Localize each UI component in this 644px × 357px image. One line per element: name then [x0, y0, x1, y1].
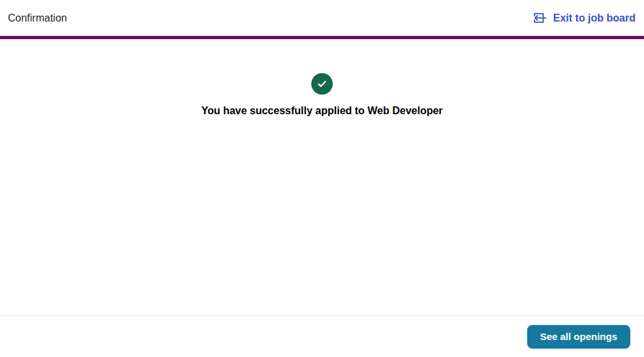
see-all-openings-button[interactable]: See all openings	[527, 325, 630, 349]
success-message: You have successfully applied to Web Dev…	[201, 105, 442, 117]
application-confirmation-page: Confirmation Exit to job board You have …	[0, 0, 644, 357]
exit-door-arrow-left-icon	[532, 10, 547, 25]
footer: See all openings	[0, 315, 644, 357]
main-content: You have successfully applied to Web Dev…	[0, 39, 644, 315]
header: Confirmation Exit to job board	[0, 0, 644, 36]
exit-link-label: Exit to job board	[553, 12, 636, 24]
check-circle-icon	[311, 73, 333, 95]
exit-to-job-board-link[interactable]: Exit to job board	[532, 10, 636, 25]
page-title: Confirmation	[8, 12, 67, 24]
